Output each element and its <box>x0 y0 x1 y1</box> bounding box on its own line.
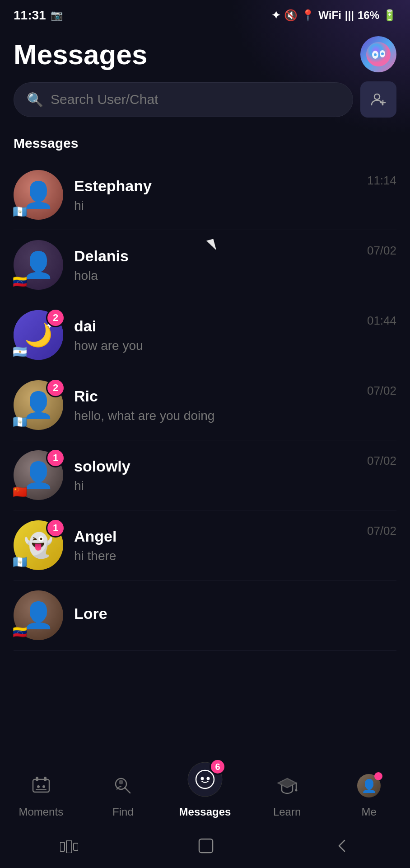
me-icon: 👤 <box>357 774 381 802</box>
back-button[interactable] <box>334 838 350 858</box>
svg-rect-23 <box>60 842 65 851</box>
nav-item-moments[interactable]: Moments <box>12 774 70 818</box>
unread-badge: 1 <box>46 448 65 467</box>
chat-content: Lore <box>74 605 396 626</box>
flag-badge: 🇦🇷 <box>13 345 27 359</box>
search-container: 🔍 <box>0 81 410 131</box>
avatar-wrapper: 👻 1 🇬🇹 <box>14 520 63 570</box>
nav-item-learn[interactable]: Learn <box>258 774 317 818</box>
nav-item-find[interactable]: Find <box>93 774 152 818</box>
svg-rect-9 <box>36 777 38 781</box>
avatar-wrapper: 👤 🇻🇪 <box>14 590 63 640</box>
chat-name: dai <box>74 317 356 335</box>
chat-preview: how are you <box>74 339 356 353</box>
mute-icon: 🔇 <box>284 9 298 22</box>
messages-nav-label: Messages <box>179 806 231 818</box>
chat-content: Estephany hi <box>74 177 356 213</box>
unread-badge: 2 <box>46 308 65 327</box>
chat-name: Angel <box>74 528 356 545</box>
chat-time: 07/02 <box>367 520 396 538</box>
status-icons: ✦ 🔇 📍 WiFi ||| 16% 🔋 <box>271 9 396 22</box>
chat-content: Angel hi there <box>74 528 356 563</box>
chat-preview: hi <box>74 479 356 493</box>
messages-nav-icon: 6 <box>187 761 223 802</box>
page-title: Messages <box>14 38 147 71</box>
messages-section-label: Messages <box>0 131 410 160</box>
chat-name: Estephany <box>74 177 356 195</box>
moments-icon <box>29 774 53 802</box>
chat-time: 01:44 <box>367 310 396 328</box>
chat-item-delanis[interactable]: 👤 🇻🇪 Delanis hola 07/02 <box>14 230 396 300</box>
battery-icon: 🔋 <box>383 9 396 22</box>
svg-rect-13 <box>36 789 47 790</box>
search-wrapper[interactable]: 🔍 <box>14 82 353 117</box>
chat-preview: hello, what are you doing <box>74 409 356 423</box>
chat-item-dai[interactable]: 🌙✦ 2 🇦🇷 dai how are you 01:44 <box>14 300 396 370</box>
status-bar: 11:31 📷 ✦ 🔇 📍 WiFi ||| 16% 🔋 <box>0 0 410 27</box>
avatar-wrapper: 👤 2 🇬🇹 <box>14 380 63 430</box>
chat-list: 👤 🇬🇹 Estephany hi 11:14 👤 🇻🇪 Delanis h <box>0 160 410 651</box>
nav-item-messages[interactable]: 6 Messages <box>176 761 234 818</box>
battery-level: 16% <box>358 9 379 22</box>
chat-item-solowly[interactable]: 👤 1 🇨🇳 solowly hi 07/02 <box>14 440 396 510</box>
chat-time: 07/02 <box>367 240 396 258</box>
svg-rect-26 <box>199 839 213 853</box>
search-input[interactable] <box>51 92 340 107</box>
flag-badge: 🇬🇹 <box>13 415 27 429</box>
me-label: Me <box>362 806 377 818</box>
status-time: 11:31 📷 <box>14 8 63 23</box>
chat-item-ric[interactable]: 👤 2 🇬🇹 Ric hello, what are you doing 07/… <box>14 370 396 440</box>
nav-item-me[interactable]: 👤 Me <box>340 774 398 818</box>
location-icon: 📍 <box>301 9 315 22</box>
svg-rect-24 <box>66 840 72 853</box>
svg-point-20 <box>206 777 210 780</box>
chat-time: 07/02 <box>367 450 396 468</box>
add-user-button[interactable] <box>360 81 396 118</box>
chat-preview: hi <box>74 198 356 213</box>
search-icon: 🔍 <box>27 92 43 108</box>
chat-item-angel[interactable]: 👻 1 🇬🇹 Angel hi there 07/02 <box>14 510 396 580</box>
header: Messages <box>0 27 410 81</box>
unread-badge: 2 <box>46 378 65 397</box>
avatar-wrapper: 👤 🇻🇪 <box>14 240 63 290</box>
chat-item-lore[interactable]: 👤 🇻🇪 Lore <box>14 580 396 651</box>
bottom-navigation: Moments Find 6 Messages <box>0 752 410 827</box>
chat-name: Ric <box>74 387 356 405</box>
camera-icon: 📷 <box>51 9 63 21</box>
svg-point-15 <box>119 780 123 784</box>
chat-content: dai how are you <box>74 317 356 353</box>
chat-content: Delanis hola <box>74 247 356 283</box>
svg-rect-10 <box>44 777 47 781</box>
messages-nav-badge: 6 <box>210 759 226 775</box>
svg-point-12 <box>42 785 45 788</box>
flag-badge: 🇬🇹 <box>13 205 27 219</box>
me-nav-badge <box>374 772 382 780</box>
learn-label: Learn <box>273 806 301 818</box>
chat-time: 11:14 <box>367 170 396 188</box>
find-label: Find <box>112 806 134 818</box>
flag-badge: 🇻🇪 <box>13 625 27 639</box>
wifi-icon: WiFi <box>318 9 341 22</box>
svg-point-11 <box>37 785 40 788</box>
bluetooth-icon: ✦ <box>271 9 280 22</box>
svg-point-4 <box>381 52 384 55</box>
svg-line-16 <box>125 788 130 793</box>
chat-content: Ric hello, what are you doing <box>74 387 356 423</box>
avatar-wrapper: 👤 1 🇨🇳 <box>14 450 63 500</box>
chat-preview: hi there <box>74 549 356 563</box>
chat-name: Lore <box>74 605 396 623</box>
avatar-wrapper: 👤 🇬🇹 <box>14 170 63 220</box>
learn-icon <box>275 774 299 802</box>
svg-point-0 <box>366 42 391 66</box>
chat-item-estephany[interactable]: 👤 🇬🇹 Estephany hi 11:14 <box>14 160 396 230</box>
moments-label: Moments <box>19 806 63 818</box>
svg-point-22 <box>295 789 297 792</box>
avatar-wrapper: 🌙✦ 2 🇦🇷 <box>14 310 63 360</box>
signal-icon: ||| <box>345 9 354 22</box>
recent-apps-button[interactable] <box>60 838 78 857</box>
unread-badge: 1 <box>46 519 65 538</box>
home-button[interactable] <box>198 838 214 858</box>
chat-time: 07/02 <box>367 380 396 398</box>
flag-badge: 🇨🇳 <box>13 485 27 499</box>
app-logo[interactable] <box>360 36 396 72</box>
